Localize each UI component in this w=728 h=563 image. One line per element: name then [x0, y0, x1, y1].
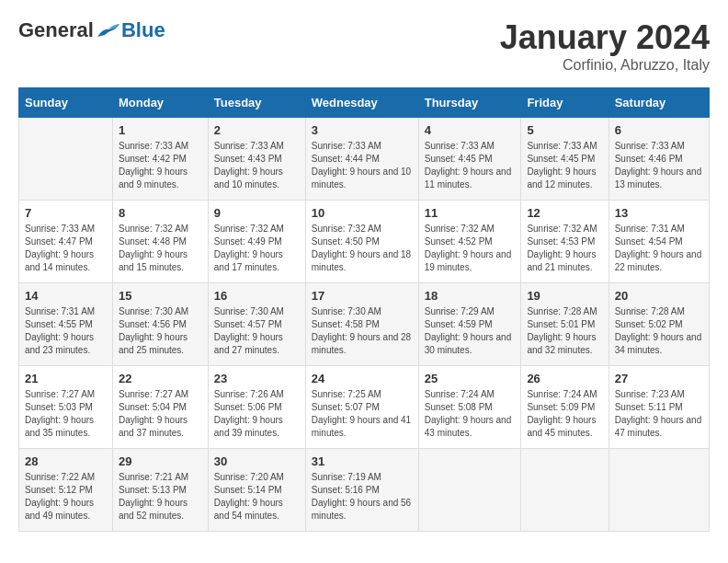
- day-info: Sunrise: 7:26 AM Sunset: 5:06 PM Dayligh…: [214, 388, 300, 440]
- day-number: 29: [119, 454, 202, 468]
- day-number: 20: [615, 289, 703, 303]
- calendar-cell: 5Sunrise: 7:33 AM Sunset: 4:45 PM Daylig…: [521, 118, 609, 201]
- day-info: Sunrise: 7:31 AM Sunset: 4:55 PM Dayligh…: [25, 305, 107, 357]
- calendar-cell: 18Sunrise: 7:29 AM Sunset: 4:59 PM Dayli…: [418, 283, 521, 366]
- day-info: Sunrise: 7:21 AM Sunset: 5:13 PM Dayligh…: [119, 471, 202, 523]
- weekday-header-wednesday: Wednesday: [305, 88, 418, 118]
- calendar-cell: 1Sunrise: 7:33 AM Sunset: 4:42 PM Daylig…: [112, 118, 208, 201]
- calendar-cell: [418, 449, 521, 532]
- day-info: Sunrise: 7:33 AM Sunset: 4:44 PM Dayligh…: [312, 140, 413, 191]
- day-info: Sunrise: 7:22 AM Sunset: 5:12 PM Dayligh…: [25, 471, 107, 523]
- day-number: 21: [25, 372, 107, 385]
- day-number: 27: [615, 372, 703, 385]
- weekday-header-monday: Monday: [112, 88, 208, 118]
- day-info: Sunrise: 7:32 AM Sunset: 4:53 PM Dayligh…: [527, 223, 602, 274]
- day-info: Sunrise: 7:33 AM Sunset: 4:43 PM Dayligh…: [214, 140, 300, 191]
- day-number: 24: [312, 372, 413, 385]
- weekday-header-tuesday: Tuesday: [208, 88, 305, 118]
- calendar-week-row: 14Sunrise: 7:31 AM Sunset: 4:55 PM Dayli…: [19, 283, 710, 366]
- day-number: 17: [312, 289, 413, 303]
- calendar-cell: 27Sunrise: 7:23 AM Sunset: 5:11 PM Dayli…: [609, 366, 709, 449]
- day-info: Sunrise: 7:33 AM Sunset: 4:47 PM Dayligh…: [25, 223, 107, 274]
- day-info: Sunrise: 7:24 AM Sunset: 5:09 PM Dayligh…: [527, 388, 602, 440]
- day-number: 6: [615, 123, 703, 137]
- weekday-header-sunday: Sunday: [19, 88, 113, 118]
- calendar-cell: 29Sunrise: 7:21 AM Sunset: 5:13 PM Dayli…: [112, 449, 208, 532]
- day-number: 3: [312, 123, 413, 137]
- day-number: 7: [25, 206, 107, 220]
- calendar-cell: 3Sunrise: 7:33 AM Sunset: 4:44 PM Daylig…: [305, 118, 418, 201]
- calendar-cell: [609, 449, 709, 532]
- day-number: 2: [214, 123, 300, 137]
- calendar-week-row: 1Sunrise: 7:33 AM Sunset: 4:42 PM Daylig…: [19, 118, 710, 201]
- calendar-cell: [521, 449, 609, 532]
- calendar-table: SundayMondayTuesdayWednesdayThursdayFrid…: [18, 87, 710, 532]
- day-info: Sunrise: 7:31 AM Sunset: 4:54 PM Dayligh…: [615, 223, 703, 274]
- day-info: Sunrise: 7:33 AM Sunset: 4:45 PM Dayligh…: [425, 140, 516, 191]
- day-number: 26: [527, 372, 602, 385]
- day-info: Sunrise: 7:28 AM Sunset: 5:02 PM Dayligh…: [615, 305, 703, 357]
- calendar-cell: 23Sunrise: 7:26 AM Sunset: 5:06 PM Dayli…: [208, 366, 305, 449]
- calendar-cell: 31Sunrise: 7:19 AM Sunset: 5:16 PM Dayli…: [305, 449, 418, 532]
- day-number: 4: [425, 123, 516, 137]
- calendar-cell: 22Sunrise: 7:27 AM Sunset: 5:04 PM Dayli…: [112, 366, 208, 449]
- day-info: Sunrise: 7:32 AM Sunset: 4:52 PM Dayligh…: [425, 223, 516, 274]
- day-info: Sunrise: 7:33 AM Sunset: 4:46 PM Dayligh…: [615, 140, 703, 191]
- calendar-cell: 13Sunrise: 7:31 AM Sunset: 4:54 PM Dayli…: [609, 201, 709, 283]
- day-info: Sunrise: 7:33 AM Sunset: 4:45 PM Dayligh…: [527, 140, 602, 191]
- calendar-cell: 28Sunrise: 7:22 AM Sunset: 5:12 PM Dayli…: [19, 449, 113, 532]
- calendar-cell: 2Sunrise: 7:33 AM Sunset: 4:43 PM Daylig…: [208, 118, 305, 201]
- calendar-cell: 4Sunrise: 7:33 AM Sunset: 4:45 PM Daylig…: [418, 118, 521, 201]
- calendar-cell: 11Sunrise: 7:32 AM Sunset: 4:52 PM Dayli…: [418, 201, 521, 283]
- month-title: January 2024: [500, 18, 710, 57]
- weekday-header-row: SundayMondayTuesdayWednesdayThursdayFrid…: [19, 88, 710, 118]
- day-info: Sunrise: 7:27 AM Sunset: 5:03 PM Dayligh…: [25, 388, 107, 440]
- day-number: 1: [119, 123, 202, 137]
- day-info: Sunrise: 7:29 AM Sunset: 4:59 PM Dayligh…: [425, 305, 516, 357]
- page-header: General Blue January 2024 Corfinio, Abru…: [18, 18, 710, 74]
- weekday-header-friday: Friday: [521, 88, 609, 118]
- weekday-header-thursday: Thursday: [418, 88, 521, 118]
- day-number: 9: [214, 206, 300, 220]
- day-number: 10: [312, 206, 413, 220]
- calendar-week-row: 7Sunrise: 7:33 AM Sunset: 4:47 PM Daylig…: [19, 201, 710, 283]
- calendar-cell: 8Sunrise: 7:32 AM Sunset: 4:48 PM Daylig…: [112, 201, 208, 283]
- day-info: Sunrise: 7:32 AM Sunset: 4:48 PM Dayligh…: [119, 223, 202, 274]
- location-text: Corfinio, Abruzzo, Italy: [500, 57, 710, 74]
- calendar-cell: 6Sunrise: 7:33 AM Sunset: 4:46 PM Daylig…: [609, 118, 709, 201]
- calendar-cell: 7Sunrise: 7:33 AM Sunset: 4:47 PM Daylig…: [19, 201, 113, 283]
- logo-general-text: General: [18, 18, 94, 42]
- day-number: 5: [527, 123, 602, 137]
- calendar-cell: 17Sunrise: 7:30 AM Sunset: 4:58 PM Dayli…: [305, 283, 418, 366]
- day-number: 15: [119, 289, 202, 303]
- calendar-cell: 21Sunrise: 7:27 AM Sunset: 5:03 PM Dayli…: [19, 366, 113, 449]
- day-number: 14: [25, 289, 107, 303]
- day-info: Sunrise: 7:32 AM Sunset: 4:50 PM Dayligh…: [312, 223, 413, 274]
- calendar-cell: 19Sunrise: 7:28 AM Sunset: 5:01 PM Dayli…: [521, 283, 609, 366]
- day-number: 31: [312, 454, 413, 468]
- calendar-cell: 16Sunrise: 7:30 AM Sunset: 4:57 PM Dayli…: [208, 283, 305, 366]
- day-number: 13: [615, 206, 703, 220]
- calendar-cell: 12Sunrise: 7:32 AM Sunset: 4:53 PM Dayli…: [521, 201, 609, 283]
- day-info: Sunrise: 7:33 AM Sunset: 4:42 PM Dayligh…: [119, 140, 202, 191]
- day-info: Sunrise: 7:24 AM Sunset: 5:08 PM Dayligh…: [425, 388, 516, 440]
- title-block: January 2024 Corfinio, Abruzzo, Italy: [500, 18, 710, 74]
- day-number: 8: [119, 206, 202, 220]
- day-info: Sunrise: 7:32 AM Sunset: 4:49 PM Dayligh…: [214, 223, 300, 274]
- day-info: Sunrise: 7:30 AM Sunset: 4:57 PM Dayligh…: [214, 305, 300, 357]
- day-info: Sunrise: 7:19 AM Sunset: 5:16 PM Dayligh…: [312, 471, 413, 523]
- calendar-cell: 20Sunrise: 7:28 AM Sunset: 5:02 PM Dayli…: [609, 283, 709, 366]
- calendar-week-row: 21Sunrise: 7:27 AM Sunset: 5:03 PM Dayli…: [19, 366, 710, 449]
- day-number: 30: [214, 454, 300, 468]
- day-info: Sunrise: 7:25 AM Sunset: 5:07 PM Dayligh…: [312, 388, 413, 440]
- calendar-cell: 10Sunrise: 7:32 AM Sunset: 4:50 PM Dayli…: [305, 201, 418, 283]
- day-number: 18: [425, 289, 516, 303]
- calendar-cell: 26Sunrise: 7:24 AM Sunset: 5:09 PM Dayli…: [521, 366, 609, 449]
- day-info: Sunrise: 7:23 AM Sunset: 5:11 PM Dayligh…: [615, 388, 703, 440]
- calendar-cell: 15Sunrise: 7:30 AM Sunset: 4:56 PM Dayli…: [112, 283, 208, 366]
- calendar-week-row: 28Sunrise: 7:22 AM Sunset: 5:12 PM Dayli…: [19, 449, 710, 532]
- day-info: Sunrise: 7:30 AM Sunset: 4:58 PM Dayligh…: [312, 305, 413, 357]
- calendar-cell: 25Sunrise: 7:24 AM Sunset: 5:08 PM Dayli…: [418, 366, 521, 449]
- calendar-cell: 24Sunrise: 7:25 AM Sunset: 5:07 PM Dayli…: [305, 366, 418, 449]
- logo: General Blue: [18, 18, 165, 42]
